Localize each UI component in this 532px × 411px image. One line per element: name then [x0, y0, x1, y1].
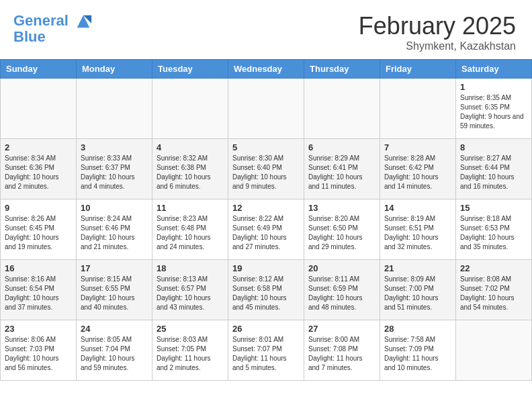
day-info: Sunrise: 8:13 AM Sunset: 6:57 PM Dayligh… — [157, 275, 224, 312]
calendar-cell: 20Sunrise: 8:11 AM Sunset: 6:59 PM Dayli… — [304, 260, 380, 320]
calendar-cell: 1Sunrise: 8:35 AM Sunset: 6:35 PM Daylig… — [456, 79, 532, 139]
calendar-cell — [1, 79, 77, 139]
calendar-cell: 17Sunrise: 8:15 AM Sunset: 6:55 PM Dayli… — [77, 260, 152, 320]
day-number: 2 — [5, 142, 72, 152]
calendar-cell — [77, 79, 152, 139]
day-number: 23 — [5, 324, 72, 334]
day-number: 10 — [81, 203, 148, 213]
calendar-cell — [304, 79, 380, 139]
day-number: 4 — [157, 142, 224, 152]
day-info: Sunrise: 8:03 AM Sunset: 7:05 PM Dayligh… — [157, 335, 224, 373]
weekday-header: Sunday — [1, 60, 77, 79]
day-info: Sunrise: 8:11 AM Sunset: 6:59 PM Dayligh… — [308, 275, 375, 312]
calendar-cell: 16Sunrise: 8:16 AM Sunset: 6:54 PM Dayli… — [1, 260, 77, 320]
day-info: Sunrise: 8:33 AM Sunset: 6:37 PM Dayligh… — [81, 154, 148, 191]
day-info: Sunrise: 8:16 AM Sunset: 6:54 PM Dayligh… — [5, 275, 72, 312]
day-number: 8 — [460, 142, 527, 152]
calendar-cell: 7Sunrise: 8:28 AM Sunset: 6:42 PM Daylig… — [380, 139, 456, 199]
day-number: 27 — [308, 324, 375, 334]
weekday-header: Tuesday — [152, 60, 228, 79]
day-number: 26 — [232, 324, 300, 334]
calendar-cell: 18Sunrise: 8:13 AM Sunset: 6:57 PM Dayli… — [152, 260, 228, 320]
day-number: 13 — [308, 203, 375, 213]
calendar-cell: 11Sunrise: 8:23 AM Sunset: 6:48 PM Dayli… — [152, 199, 228, 260]
day-number: 1 — [460, 82, 527, 92]
calendar-cell: 28Sunrise: 7:58 AM Sunset: 7:09 PM Dayli… — [380, 320, 456, 381]
calendar-cell: 21Sunrise: 8:09 AM Sunset: 7:00 PM Dayli… — [380, 260, 456, 320]
day-number: 12 — [232, 203, 300, 213]
day-info: Sunrise: 8:30 AM Sunset: 6:40 PM Dayligh… — [232, 154, 300, 191]
calendar-cell — [380, 79, 456, 139]
calendar-cell: 15Sunrise: 8:18 AM Sunset: 6:53 PM Dayli… — [456, 199, 532, 260]
day-info: Sunrise: 8:09 AM Sunset: 7:00 PM Dayligh… — [384, 275, 451, 312]
calendar-cell: 12Sunrise: 8:22 AM Sunset: 6:49 PM Dayli… — [228, 199, 304, 260]
day-info: Sunrise: 8:32 AM Sunset: 6:38 PM Dayligh… — [157, 154, 224, 191]
calendar-cell — [456, 320, 532, 381]
day-info: Sunrise: 8:05 AM Sunset: 7:04 PM Dayligh… — [81, 335, 148, 373]
weekday-header: Friday — [380, 60, 456, 79]
day-info: Sunrise: 8:24 AM Sunset: 6:46 PM Dayligh… — [81, 214, 148, 252]
day-info: Sunrise: 7:58 AM Sunset: 7:09 PM Dayligh… — [384, 335, 451, 373]
day-info: Sunrise: 8:18 AM Sunset: 6:53 PM Dayligh… — [460, 214, 527, 252]
day-number: 3 — [81, 142, 148, 152]
day-info: Sunrise: 8:22 AM Sunset: 6:49 PM Dayligh… — [232, 214, 300, 252]
calendar-week-row: 9Sunrise: 8:26 AM Sunset: 6:45 PM Daylig… — [1, 199, 532, 260]
day-info: Sunrise: 8:34 AM Sunset: 6:36 PM Dayligh… — [5, 154, 72, 191]
day-number: 6 — [308, 142, 375, 152]
calendar-cell: 14Sunrise: 8:19 AM Sunset: 6:51 PM Dayli… — [380, 199, 456, 260]
calendar-cell: 5Sunrise: 8:30 AM Sunset: 6:40 PM Daylig… — [228, 139, 304, 199]
day-number: 16 — [5, 263, 72, 273]
day-number: 21 — [384, 263, 451, 273]
title-block: February 2025 Shymkent, Kazakhstan — [359, 12, 516, 52]
calendar-cell — [228, 79, 304, 139]
day-number: 11 — [157, 203, 224, 213]
day-number: 17 — [81, 263, 148, 273]
day-number: 14 — [384, 203, 451, 213]
day-info: Sunrise: 8:08 AM Sunset: 7:02 PM Dayligh… — [460, 275, 527, 312]
calendar-week-row: 1Sunrise: 8:35 AM Sunset: 6:35 PM Daylig… — [1, 79, 532, 139]
day-info: Sunrise: 8:20 AM Sunset: 6:50 PM Dayligh… — [308, 214, 375, 252]
calendar-week-row: 23Sunrise: 8:06 AM Sunset: 7:03 PM Dayli… — [1, 320, 532, 381]
day-info: Sunrise: 8:01 AM Sunset: 7:07 PM Dayligh… — [232, 335, 300, 373]
calendar-table: SundayMondayTuesdayWednesdayThursdayFrid… — [0, 59, 532, 381]
day-number: 7 — [384, 142, 451, 152]
day-info: Sunrise: 8:28 AM Sunset: 6:42 PM Dayligh… — [384, 154, 451, 191]
calendar-cell: 24Sunrise: 8:05 AM Sunset: 7:04 PM Dayli… — [77, 320, 152, 381]
weekday-header-row: SundayMondayTuesdayWednesdayThursdayFrid… — [1, 60, 532, 79]
day-number: 20 — [308, 263, 375, 273]
calendar-cell: 27Sunrise: 8:00 AM Sunset: 7:08 PM Dayli… — [304, 320, 380, 381]
day-number: 22 — [460, 263, 527, 273]
calendar-cell: 9Sunrise: 8:26 AM Sunset: 6:45 PM Daylig… — [1, 199, 77, 260]
day-info: Sunrise: 8:15 AM Sunset: 6:55 PM Dayligh… — [81, 275, 148, 312]
day-info: Sunrise: 8:23 AM Sunset: 6:48 PM Dayligh… — [157, 214, 224, 252]
calendar-cell: 4Sunrise: 8:32 AM Sunset: 6:38 PM Daylig… — [152, 139, 228, 199]
day-number: 15 — [460, 203, 527, 213]
logo: General Blue — [13, 12, 93, 46]
calendar-cell: 10Sunrise: 8:24 AM Sunset: 6:46 PM Dayli… — [77, 199, 152, 260]
calendar-cell: 19Sunrise: 8:12 AM Sunset: 6:58 PM Dayli… — [228, 260, 304, 320]
calendar-cell: 8Sunrise: 8:27 AM Sunset: 6:44 PM Daylig… — [456, 139, 532, 199]
calendar-week-row: 2Sunrise: 8:34 AM Sunset: 6:36 PM Daylig… — [1, 139, 532, 199]
calendar-week-row: 16Sunrise: 8:16 AM Sunset: 6:54 PM Dayli… — [1, 260, 532, 320]
day-number: 28 — [384, 324, 451, 334]
day-info: Sunrise: 8:26 AM Sunset: 6:45 PM Dayligh… — [5, 214, 72, 252]
day-number: 24 — [81, 324, 148, 334]
day-number: 19 — [232, 263, 300, 273]
day-info: Sunrise: 8:00 AM Sunset: 7:08 PM Dayligh… — [308, 335, 375, 373]
calendar-cell: 6Sunrise: 8:29 AM Sunset: 6:41 PM Daylig… — [304, 139, 380, 199]
page-header: General Blue February 2025 Shymkent, Kaz… — [0, 0, 532, 59]
month-title: February 2025 — [359, 12, 516, 40]
weekday-header: Thursday — [304, 60, 380, 79]
weekday-header: Wednesday — [228, 60, 304, 79]
location-subtitle: Shymkent, Kazakhstan — [359, 40, 516, 52]
calendar-cell: 26Sunrise: 8:01 AM Sunset: 7:07 PM Dayli… — [228, 320, 304, 381]
day-number: 9 — [5, 203, 72, 213]
day-info: Sunrise: 8:06 AM Sunset: 7:03 PM Dayligh… — [5, 335, 72, 373]
calendar-cell: 2Sunrise: 8:34 AM Sunset: 6:36 PM Daylig… — [1, 139, 77, 199]
calendar-cell: 13Sunrise: 8:20 AM Sunset: 6:50 PM Dayli… — [304, 199, 380, 260]
day-number: 5 — [232, 142, 300, 152]
calendar-cell: 25Sunrise: 8:03 AM Sunset: 7:05 PM Dayli… — [152, 320, 228, 381]
calendar-cell: 3Sunrise: 8:33 AM Sunset: 6:37 PM Daylig… — [77, 139, 152, 199]
day-info: Sunrise: 8:29 AM Sunset: 6:41 PM Dayligh… — [308, 154, 375, 191]
day-info: Sunrise: 8:12 AM Sunset: 6:58 PM Dayligh… — [232, 275, 300, 312]
